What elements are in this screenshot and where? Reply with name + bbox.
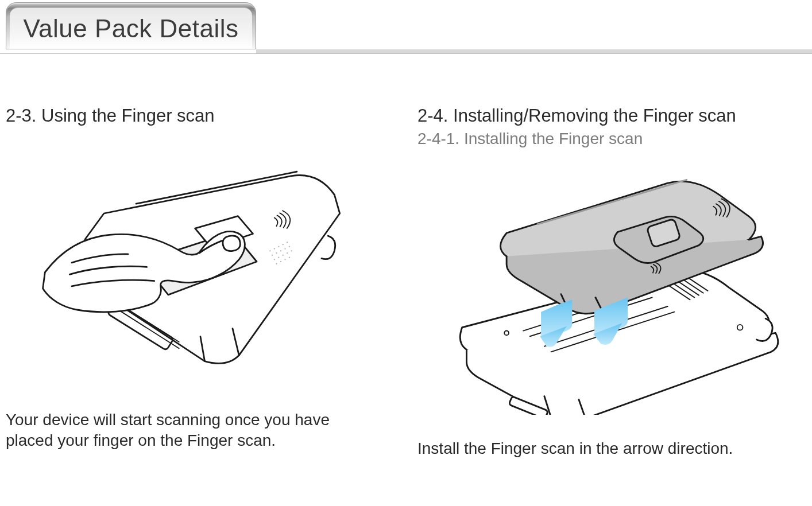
manual-page: Value Pack Details 2-3. Using the Finger… <box>0 0 812 506</box>
svg-point-14 <box>287 252 288 254</box>
svg-point-1 <box>269 250 270 251</box>
section-tab: Value Pack Details <box>6 2 256 49</box>
svg-point-16 <box>276 263 277 264</box>
column-right: 2-4. Installing/Removing the Finger scan… <box>417 106 806 459</box>
svg-point-6 <box>271 255 272 256</box>
svg-point-2 <box>273 248 274 249</box>
tab-strip: Value Pack Details <box>0 0 812 57</box>
figure-installing-finger-scan <box>417 158 806 419</box>
svg-point-18 <box>284 259 285 260</box>
svg-point-5 <box>287 242 288 243</box>
header-rule <box>0 49 812 56</box>
figure-using-finger-scan <box>6 130 395 394</box>
columns: 2-3. Using the Finger scan <box>0 57 812 459</box>
body-text-right: Install the Finger scan in the arrow dir… <box>417 438 785 459</box>
section-tab-inner: Value Pack Details <box>10 7 252 49</box>
heading-2-3: 2-3. Using the Finger scan <box>6 106 395 126</box>
svg-point-15 <box>291 250 292 251</box>
svg-point-10 <box>288 246 289 247</box>
svg-point-3 <box>278 246 279 247</box>
section-tab-label: Value Pack Details <box>23 14 238 43</box>
svg-point-13 <box>282 255 283 256</box>
svg-point-7 <box>276 252 277 254</box>
column-left: 2-3. Using the Finger scan <box>6 106 395 459</box>
svg-point-11 <box>273 259 274 260</box>
svg-point-17 <box>280 261 281 262</box>
svg-point-9 <box>284 248 285 249</box>
svg-point-8 <box>280 250 281 251</box>
heading-2-4: 2-4. Installing/Removing the Finger scan <box>417 106 806 126</box>
svg-point-12 <box>278 256 279 258</box>
svg-point-4 <box>282 244 283 245</box>
svg-point-19 <box>288 256 289 258</box>
svg-point-22 <box>737 325 743 330</box>
svg-point-21 <box>504 331 509 336</box>
body-text-left: Your device will start scanning once you… <box>6 410 373 451</box>
subheading-2-4-1: 2-4-1. Installing the Finger scan <box>417 130 806 148</box>
